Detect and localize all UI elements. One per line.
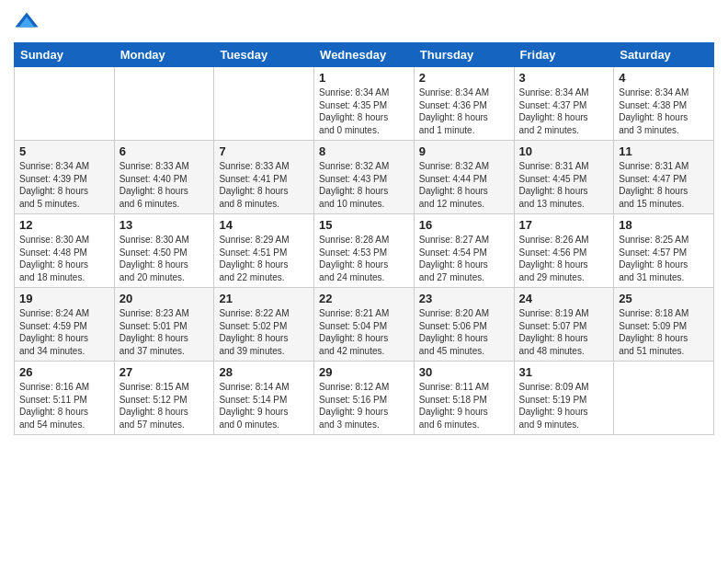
day-cell: 24Sunrise: 8:19 AM Sunset: 5:07 PM Dayli…	[514, 288, 614, 362]
day-cell: 1Sunrise: 8:34 AM Sunset: 4:35 PM Daylig…	[314, 67, 415, 141]
day-info: Sunrise: 8:15 AM Sunset: 5:12 PM Dayligh…	[119, 381, 210, 431]
day-info: Sunrise: 8:09 AM Sunset: 5:19 PM Dayligh…	[519, 381, 609, 431]
day-info: Sunrise: 8:20 AM Sunset: 5:06 PM Dayligh…	[419, 307, 509, 357]
day-cell: 21Sunrise: 8:22 AM Sunset: 5:02 PM Dayli…	[214, 288, 314, 362]
day-info: Sunrise: 8:26 AM Sunset: 4:56 PM Dayligh…	[519, 234, 609, 283]
calendar: SundayMondayTuesdayWednesdayThursdayFrid…	[14, 42, 714, 435]
day-cell: 30Sunrise: 8:11 AM Sunset: 5:18 PM Dayli…	[414, 362, 514, 435]
day-cell: 16Sunrise: 8:27 AM Sunset: 4:54 PM Dayli…	[414, 214, 514, 288]
day-number: 24	[519, 292, 609, 305]
day-cell: 5Sunrise: 8:34 AM Sunset: 4:39 PM Daylig…	[15, 141, 115, 214]
day-cell: 22Sunrise: 8:21 AM Sunset: 5:04 PM Dayli…	[314, 288, 415, 362]
day-cell: 28Sunrise: 8:14 AM Sunset: 5:14 PM Dayli…	[214, 362, 314, 435]
day-number: 7	[219, 144, 309, 158]
day-info: Sunrise: 8:22 AM Sunset: 5:02 PM Dayligh…	[219, 307, 309, 357]
day-info: Sunrise: 8:34 AM Sunset: 4:37 PM Dayligh…	[519, 86, 609, 136]
day-cell: 9Sunrise: 8:32 AM Sunset: 4:44 PM Daylig…	[414, 141, 514, 214]
weekday-header-friday: Friday	[514, 43, 614, 67]
day-cell: 4Sunrise: 8:34 AM Sunset: 4:38 PM Daylig…	[614, 67, 714, 141]
day-info: Sunrise: 8:27 AM Sunset: 4:54 PM Dayligh…	[419, 234, 509, 283]
day-number: 15	[319, 218, 409, 232]
day-number: 11	[619, 144, 709, 158]
day-cell: 18Sunrise: 8:25 AM Sunset: 4:57 PM Dayli…	[614, 214, 714, 288]
day-cell	[214, 67, 314, 141]
day-info: Sunrise: 8:30 AM Sunset: 4:50 PM Dayligh…	[119, 234, 210, 283]
day-info: Sunrise: 8:23 AM Sunset: 5:01 PM Dayligh…	[119, 307, 210, 357]
weekday-header-thursday: Thursday	[414, 43, 514, 67]
day-info: Sunrise: 8:31 AM Sunset: 4:45 PM Dayligh…	[519, 160, 609, 210]
day-cell: 13Sunrise: 8:30 AM Sunset: 4:50 PM Dayli…	[114, 214, 214, 288]
day-info: Sunrise: 8:32 AM Sunset: 4:43 PM Dayligh…	[319, 160, 409, 210]
week-row-2: 5Sunrise: 8:34 AM Sunset: 4:39 PM Daylig…	[15, 141, 714, 214]
day-cell: 17Sunrise: 8:26 AM Sunset: 4:56 PM Dayli…	[514, 214, 614, 288]
day-cell: 8Sunrise: 8:32 AM Sunset: 4:43 PM Daylig…	[314, 141, 415, 214]
day-info: Sunrise: 8:24 AM Sunset: 4:59 PM Dayligh…	[19, 307, 109, 357]
day-cell: 25Sunrise: 8:18 AM Sunset: 5:09 PM Dayli…	[614, 288, 714, 362]
day-info: Sunrise: 8:21 AM Sunset: 5:04 PM Dayligh…	[319, 307, 409, 357]
day-number: 26	[19, 365, 109, 379]
day-number: 30	[419, 365, 509, 379]
day-cell: 11Sunrise: 8:31 AM Sunset: 4:47 PM Dayli…	[614, 141, 714, 214]
day-info: Sunrise: 8:34 AM Sunset: 4:38 PM Dayligh…	[619, 86, 709, 136]
day-number: 25	[619, 292, 709, 305]
day-cell: 10Sunrise: 8:31 AM Sunset: 4:45 PM Dayli…	[514, 141, 614, 214]
day-number: 19	[19, 292, 109, 305]
day-info: Sunrise: 8:34 AM Sunset: 4:36 PM Dayligh…	[419, 86, 509, 136]
day-info: Sunrise: 8:34 AM Sunset: 4:35 PM Dayligh…	[319, 86, 409, 136]
week-row-1: 1Sunrise: 8:34 AM Sunset: 4:35 PM Daylig…	[15, 67, 714, 141]
day-cell	[15, 67, 115, 141]
day-number: 5	[19, 144, 109, 158]
week-row-4: 19Sunrise: 8:24 AM Sunset: 4:59 PM Dayli…	[15, 288, 714, 362]
day-number: 23	[419, 292, 509, 305]
logo-icon	[14, 9, 40, 35]
day-number: 28	[219, 365, 309, 379]
day-info: Sunrise: 8:34 AM Sunset: 4:39 PM Dayligh…	[19, 160, 109, 210]
weekday-header-sunday: Sunday	[15, 43, 115, 67]
day-number: 6	[119, 144, 210, 158]
day-info: Sunrise: 8:30 AM Sunset: 4:48 PM Dayligh…	[19, 234, 109, 283]
day-number: 22	[319, 292, 409, 305]
day-cell: 31Sunrise: 8:09 AM Sunset: 5:19 PM Dayli…	[514, 362, 614, 435]
day-number: 9	[419, 144, 509, 158]
day-number: 8	[319, 144, 409, 158]
day-cell: 2Sunrise: 8:34 AM Sunset: 4:36 PM Daylig…	[414, 67, 514, 141]
day-cell: 7Sunrise: 8:33 AM Sunset: 4:41 PM Daylig…	[214, 141, 314, 214]
day-number: 13	[119, 218, 210, 232]
day-cell: 23Sunrise: 8:20 AM Sunset: 5:06 PM Dayli…	[414, 288, 514, 362]
day-info: Sunrise: 8:32 AM Sunset: 4:44 PM Dayligh…	[419, 160, 509, 210]
weekday-header-monday: Monday	[114, 43, 214, 67]
weekday-header-wednesday: Wednesday	[314, 43, 415, 67]
weekday-header-tuesday: Tuesday	[214, 43, 314, 67]
day-cell: 27Sunrise: 8:15 AM Sunset: 5:12 PM Dayli…	[114, 362, 214, 435]
week-row-3: 12Sunrise: 8:30 AM Sunset: 4:48 PM Dayli…	[15, 214, 714, 288]
day-info: Sunrise: 8:28 AM Sunset: 4:53 PM Dayligh…	[319, 234, 409, 283]
day-cell: 14Sunrise: 8:29 AM Sunset: 4:51 PM Dayli…	[214, 214, 314, 288]
day-number: 17	[519, 218, 609, 232]
day-info: Sunrise: 8:33 AM Sunset: 4:40 PM Dayligh…	[119, 160, 210, 210]
day-cell: 6Sunrise: 8:33 AM Sunset: 4:40 PM Daylig…	[114, 141, 214, 214]
day-number: 12	[19, 218, 109, 232]
day-info: Sunrise: 8:18 AM Sunset: 5:09 PM Dayligh…	[619, 307, 709, 357]
day-number: 14	[219, 218, 309, 232]
day-cell: 26Sunrise: 8:16 AM Sunset: 5:11 PM Dayli…	[15, 362, 115, 435]
day-number: 2	[419, 71, 509, 85]
day-number: 16	[419, 218, 509, 232]
day-info: Sunrise: 8:12 AM Sunset: 5:16 PM Dayligh…	[319, 381, 409, 431]
day-number: 27	[119, 365, 210, 379]
day-number: 3	[519, 71, 609, 85]
day-cell: 29Sunrise: 8:12 AM Sunset: 5:16 PM Dayli…	[314, 362, 415, 435]
page-container: SundayMondayTuesdayWednesdayThursdayFrid…	[0, 0, 728, 444]
day-number: 29	[319, 365, 409, 379]
day-cell: 20Sunrise: 8:23 AM Sunset: 5:01 PM Dayli…	[114, 288, 214, 362]
week-row-5: 26Sunrise: 8:16 AM Sunset: 5:11 PM Dayli…	[15, 362, 714, 435]
weekday-header-row: SundayMondayTuesdayWednesdayThursdayFrid…	[15, 43, 714, 67]
day-cell: 12Sunrise: 8:30 AM Sunset: 4:48 PM Dayli…	[15, 214, 115, 288]
day-info: Sunrise: 8:33 AM Sunset: 4:41 PM Dayligh…	[219, 160, 309, 210]
day-number: 1	[319, 71, 409, 85]
day-number: 21	[219, 292, 309, 305]
day-number: 18	[619, 218, 709, 232]
weekday-header-saturday: Saturday	[614, 43, 714, 67]
day-info: Sunrise: 8:25 AM Sunset: 4:57 PM Dayligh…	[619, 234, 709, 283]
day-info: Sunrise: 8:19 AM Sunset: 5:07 PM Dayligh…	[519, 307, 609, 357]
day-info: Sunrise: 8:16 AM Sunset: 5:11 PM Dayligh…	[19, 381, 109, 431]
